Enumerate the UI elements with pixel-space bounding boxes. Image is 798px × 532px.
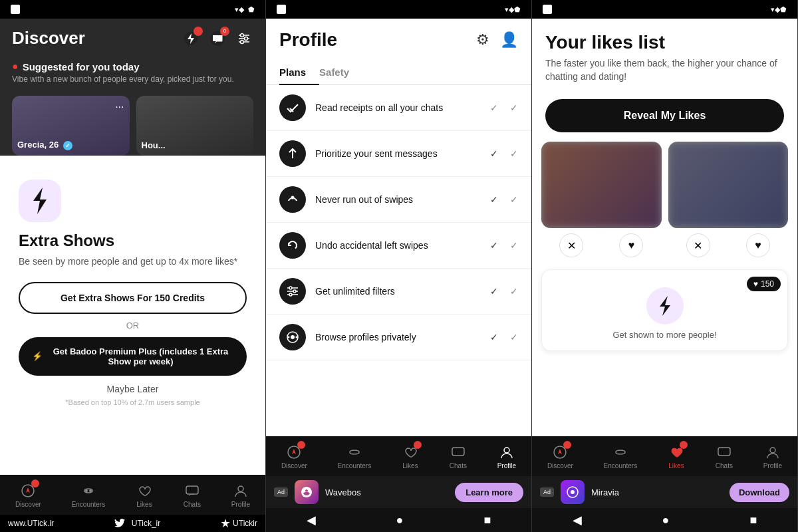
nav-chats-2[interactable]: Chats <box>450 444 467 469</box>
nav-label-profile-3: Profile <box>763 462 782 469</box>
get-premium-button[interactable]: ⚡ Get Badoo Premium Plus (includes 1 Ext… <box>19 337 247 376</box>
recent-btn-3[interactable]: ■ <box>750 513 757 527</box>
ad-bar-2: Ad Wavebos Learn more <box>266 476 531 508</box>
sliders-icon[interactable] <box>235 29 253 48</box>
reveal-likes-button[interactable]: Reveal My Likes <box>545 99 784 132</box>
chat-icon[interactable]: 0 <box>208 29 227 48</box>
chats-nav-icon-2 <box>450 444 467 461</box>
svg-point-37 <box>571 490 575 494</box>
nav-chats-1[interactable]: Chats <box>184 482 201 508</box>
signal-icon-2: ▾◆⬟ <box>505 5 521 14</box>
nav-chats-3[interactable]: Chats <box>716 444 733 469</box>
svg-point-30 <box>504 448 509 453</box>
plan-item-3: Never run out of swipes ✓ ✓ <box>266 177 531 223</box>
back-btn-3[interactable]: ◀ <box>573 513 582 527</box>
discover-nav-icon-3 <box>551 444 569 461</box>
ad-label-2: Ad <box>274 487 288 497</box>
heart-icon-badge: ♥ <box>753 279 758 289</box>
nav-likes-2[interactable]: Likes <box>402 444 419 469</box>
like-btn-2[interactable]: ♥ <box>746 233 770 257</box>
svg-point-15 <box>238 486 243 491</box>
android-nav-2: ◀ ● ■ <box>266 508 531 532</box>
cards-preview: Grecia, 26 ✓ ··· Hou... <box>0 89 265 156</box>
likes-badge-3 <box>680 441 688 449</box>
tab-plans[interactable]: Plans <box>279 60 319 84</box>
home-btn-3[interactable]: ● <box>662 513 670 527</box>
svg-point-12 <box>85 489 88 492</box>
nav-discover-1[interactable]: Discover <box>15 482 41 508</box>
profile-tabs: Plans Safety <box>266 60 531 85</box>
svg-point-8 <box>241 40 244 43</box>
gear-icon[interactable]: ⚙ <box>476 31 489 49</box>
card-dots[interactable]: ··· <box>115 101 124 113</box>
plan-item-2: Prioritize your sent messages ✓ ✓ <box>266 131 531 177</box>
ad-app-icon-3 <box>561 480 585 504</box>
get-extra-shows-button[interactable]: Get Extra Shows For 150 Credits <box>19 282 247 314</box>
card-name-1: Grecia, 26 ✓ <box>17 140 72 150</box>
profile-card-2[interactable]: Hou... <box>136 96 254 156</box>
nav-profile-1[interactable]: Profile <box>231 482 250 508</box>
plan-feature-text-4: Undo accidental left swipes <box>315 239 481 251</box>
likes-grid: ✕ ♥ ✕ ♥ <box>532 142 797 263</box>
discover-badge-2 <box>297 441 305 449</box>
home-btn-2[interactable]: ● <box>396 513 404 527</box>
recent-btn-2[interactable]: ■ <box>484 513 491 527</box>
phone-panel-3: ▾◆⬟ Your likes list The faster you like … <box>532 0 798 532</box>
chat-badge: 0 <box>220 27 229 36</box>
encounters-nav-icon-2 <box>346 444 363 461</box>
nav-label-likes-3: Likes <box>668 462 684 469</box>
private-icon <box>279 324 306 350</box>
nav-likes-1[interactable]: Likes <box>136 482 153 508</box>
watermark-right-area: UTickir <box>221 519 257 528</box>
check-light-4: ✓ <box>510 240 518 251</box>
prioritize-icon <box>279 140 306 167</box>
flash-icon[interactable] <box>182 29 200 48</box>
plan-feature-text-1: Read receipts on all your chats <box>315 102 481 114</box>
suggested-sub: Vibe with a new bunch of people every da… <box>12 74 253 84</box>
dislike-btn-1[interactable]: ✕ <box>559 233 583 257</box>
dislike-btn-2[interactable]: ✕ <box>686 233 710 257</box>
suggested-section: ● Suggested for you today Vibe with a ne… <box>0 55 265 89</box>
nav-discover-2[interactable]: Discover <box>281 444 307 469</box>
ad-download-button-3[interactable]: Download <box>730 483 789 502</box>
blurred-photo-1 <box>541 142 662 228</box>
ad-label-3: Ad <box>540 487 554 497</box>
back-btn-2[interactable]: ◀ <box>307 513 316 527</box>
disclaimer-text: *Based on top 10% of 2.7m users sample <box>19 398 247 406</box>
status-icon-2 <box>277 5 286 14</box>
nav-encounters-2[interactable]: Encounters <box>338 444 372 469</box>
profile-card-1[interactable]: Grecia, 26 ✓ ··· <box>12 96 130 156</box>
profile-nav-icon-1 <box>232 482 249 499</box>
nav-profile-2[interactable]: Profile <box>497 444 516 469</box>
profile-nav-icon-2 <box>498 444 515 461</box>
undo-icon <box>279 232 306 259</box>
ad-app-icon-2 <box>295 480 319 504</box>
status-bar-1: ▾◆ ⬟ <box>0 0 265 19</box>
check-light-6: ✓ <box>510 332 518 342</box>
check-filled-3: ✓ <box>490 194 498 205</box>
ad-learn-button-2[interactable]: Learn more <box>455 483 523 502</box>
nav-likes-3[interactable]: Likes <box>668 444 685 469</box>
tab-safety[interactable]: Safety <box>319 60 362 84</box>
svg-point-20 <box>289 287 292 289</box>
phone-panel-1: ▾◆ ⬟ Discover 0 <box>0 0 266 532</box>
nav-encounters-label-1: Encounters <box>72 501 106 508</box>
likes-title: Your likes list <box>545 32 784 53</box>
nav-profile-3[interactable]: Profile <box>763 444 782 469</box>
svg-point-24 <box>291 335 295 339</box>
nav-label-discover-2: Discover <box>281 462 307 469</box>
check-light-5: ✓ <box>510 286 518 297</box>
person-add-icon[interactable]: 👤 <box>500 31 518 49</box>
like-card-img-1 <box>541 142 662 228</box>
maybe-later-button[interactable]: Maybe Later <box>19 384 247 394</box>
svg-point-35 <box>770 448 775 453</box>
nav-chats-label-1: Chats <box>184 501 201 508</box>
phone-panel-2: ▾◆⬟ Profile ⚙ 👤 Plans Safety Read receip… <box>266 0 532 532</box>
premium-bolt-icon <box>646 287 684 325</box>
nav-encounters-3[interactable]: Encounters <box>604 444 638 469</box>
nav-encounters-1[interactable]: Encounters <box>72 482 106 508</box>
nav-label-profile-2: Profile <box>497 462 516 469</box>
nav-discover-label-1: Discover <box>15 501 41 508</box>
like-btn-1[interactable]: ♥ <box>619 233 643 257</box>
nav-discover-3[interactable]: Discover <box>547 444 573 469</box>
